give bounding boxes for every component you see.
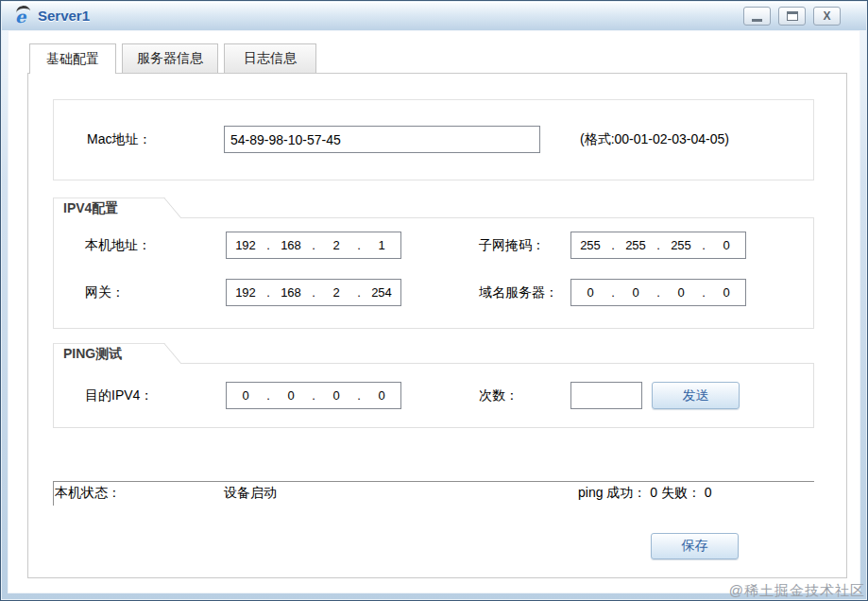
tab-basic-config[interactable]: 基础配置 bbox=[29, 43, 116, 74]
server-config-window: e Server1 X 基础配置 服务器信息 日志信息 Mac地址： (格式:0… bbox=[0, 0, 868, 601]
ip-dot: . bbox=[310, 285, 317, 300]
gateway-input[interactable]: 192.168.2.254 bbox=[226, 279, 401, 306]
ping-count-label: 次数： bbox=[479, 382, 519, 409]
ip-dot: . bbox=[655, 285, 662, 300]
octet[interactable]: 0 bbox=[707, 285, 745, 300]
ip-dot: . bbox=[310, 238, 317, 252]
octet[interactable]: 255 bbox=[571, 238, 609, 252]
octet[interactable]: 255 bbox=[617, 238, 655, 252]
minimize-button[interactable] bbox=[743, 7, 771, 26]
gateway-label: 网关： bbox=[85, 279, 125, 306]
ping-count-input[interactable] bbox=[570, 382, 642, 409]
octet[interactable]: 192 bbox=[227, 285, 264, 300]
host-status-value: 设备启动 bbox=[224, 485, 277, 502]
octet[interactable]: 0 bbox=[317, 388, 355, 403]
ping-dest-input[interactable]: 0.0.0.0 bbox=[226, 382, 401, 409]
maximize-button[interactable] bbox=[778, 7, 806, 26]
host-address-input[interactable]: 192.168.2.1 bbox=[226, 232, 401, 259]
tab-label: 服务器信息 bbox=[137, 50, 203, 67]
close-button[interactable]: X bbox=[813, 7, 841, 26]
octet[interactable]: 2 bbox=[317, 285, 355, 300]
ip-dot: . bbox=[264, 388, 272, 403]
ping-success-count: 0 bbox=[650, 485, 657, 500]
minimize-icon bbox=[752, 19, 762, 22]
ip-dot: . bbox=[700, 285, 707, 300]
octet[interactable]: 168 bbox=[272, 285, 310, 300]
octet[interactable]: 168 bbox=[272, 238, 310, 252]
tab-label: 日志信息 bbox=[244, 50, 297, 67]
octet[interactable]: 0 bbox=[617, 285, 655, 300]
ensp-logo-icon: e bbox=[13, 6, 34, 26]
send-button[interactable]: 发送 bbox=[652, 382, 740, 409]
octet[interactable]: 255 bbox=[662, 238, 700, 252]
maximize-icon bbox=[787, 11, 798, 21]
ping-group: PING测试 目的IPV4： 0.0.0.0 次数： 发送 bbox=[53, 363, 814, 428]
ip-dot: . bbox=[355, 388, 363, 403]
octet[interactable]: 0 bbox=[707, 238, 745, 252]
dns-label: 域名服务器： bbox=[479, 279, 558, 306]
titlebar[interactable]: e Server1 X bbox=[2, 2, 866, 30]
ping-group-label: PING测试 bbox=[63, 346, 122, 363]
ip-dot: . bbox=[655, 238, 662, 252]
octet[interactable]: 192 bbox=[227, 238, 264, 252]
octet[interactable]: 0 bbox=[662, 285, 700, 300]
ping-group-tab: PING测试 bbox=[53, 343, 162, 364]
ip-dot: . bbox=[700, 238, 707, 252]
ping-success-label: ping 成功： bbox=[578, 485, 646, 500]
save-button-label: 保存 bbox=[682, 538, 708, 555]
status-row: 本机状态： 设备启动 ping 成功： 0 失败： 0 bbox=[53, 481, 814, 506]
tab-server-info[interactable]: 服务器信息 bbox=[122, 43, 218, 73]
ip-dot: . bbox=[310, 388, 317, 403]
octet[interactable]: 0 bbox=[363, 388, 400, 403]
ip-dot: . bbox=[609, 238, 617, 252]
ipv4-group-tab: IPV4配置 bbox=[53, 197, 162, 218]
mac-input[interactable] bbox=[224, 126, 540, 153]
tab-log-info[interactable]: 日志信息 bbox=[224, 43, 316, 73]
window-controls: X bbox=[743, 7, 841, 26]
mac-label: Mac地址： bbox=[87, 126, 151, 153]
mac-section: Mac地址： (格式:00-01-02-03-04-05) bbox=[53, 99, 814, 180]
tab-label: 基础配置 bbox=[46, 51, 99, 68]
ping-fail-label: 失败： bbox=[661, 485, 701, 500]
window-title: Server1 bbox=[38, 8, 90, 24]
octet[interactable]: 0 bbox=[272, 388, 310, 403]
ping-stats: ping 成功： 0 失败： 0 bbox=[578, 485, 712, 502]
host-status-label: 本机状态： bbox=[55, 485, 121, 502]
ping-fail-count: 0 bbox=[705, 485, 712, 500]
close-icon: X bbox=[823, 9, 830, 23]
ipv4-group: IPV4配置 本机地址： 192.168.2.1 子网掩码： 255.255.2… bbox=[53, 217, 814, 329]
host-address-label: 本机地址： bbox=[85, 232, 151, 259]
ip-dot: . bbox=[355, 238, 363, 252]
octet[interactable]: 0 bbox=[227, 388, 264, 403]
logo-e: e bbox=[15, 7, 26, 26]
octet[interactable]: 0 bbox=[571, 285, 609, 300]
dns-input[interactable]: 0.0.0.0 bbox=[570, 279, 746, 306]
octet[interactable]: 254 bbox=[363, 285, 400, 300]
octet[interactable]: 2 bbox=[317, 238, 355, 252]
save-button[interactable]: 保存 bbox=[651, 533, 739, 559]
ipv4-group-label: IPV4配置 bbox=[63, 200, 118, 217]
mac-format-hint: (格式:00-01-02-03-04-05) bbox=[580, 126, 729, 153]
send-button-label: 发送 bbox=[683, 387, 709, 404]
subnet-mask-label: 子网掩码： bbox=[479, 232, 545, 259]
octet[interactable]: 1 bbox=[363, 238, 400, 252]
subnet-mask-input[interactable]: 255.255.255.0 bbox=[570, 232, 746, 259]
watermark: @稀土掘金技术社区 bbox=[729, 582, 865, 600]
ip-dot: . bbox=[264, 285, 272, 300]
ip-dot: . bbox=[264, 238, 272, 252]
ip-dot: . bbox=[609, 285, 617, 300]
ping-dest-label: 目的IPV4： bbox=[85, 382, 153, 409]
ip-dot: . bbox=[355, 285, 363, 300]
